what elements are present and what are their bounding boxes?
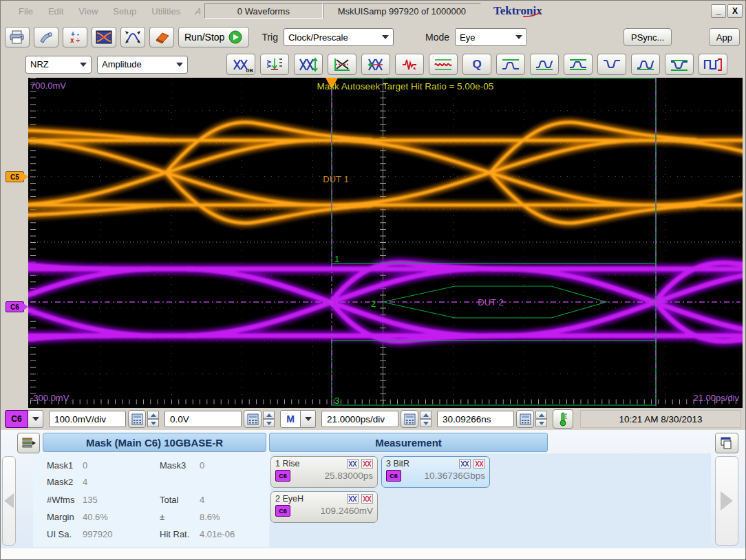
eye-stat-blue-icon[interactable] <box>459 459 471 469</box>
temperature-status-button[interactable] <box>553 409 573 429</box>
measurement-source-chip[interactable]: C6 <box>386 470 401 482</box>
measurement-name: 1 Rise <box>275 459 299 469</box>
spin-up-icon[interactable] <box>147 411 159 419</box>
jitter-spike-icon <box>401 57 418 72</box>
meas-pulse-fall-button[interactable] <box>665 54 694 75</box>
meas-extinction-ratio-button[interactable]: dB <box>226 54 255 75</box>
channel-c5-marker[interactable]: C5 <box>6 171 24 182</box>
measurement-toolbar: NRZ Amplitude dB <box>1 52 745 76</box>
eye-stat-blue-icon[interactable] <box>347 459 359 469</box>
eye-stat-blue-icon[interactable] <box>347 494 359 504</box>
menu-file[interactable]: File <box>19 6 33 17</box>
measurement-source-chip[interactable]: C6 <box>275 505 290 517</box>
close-button[interactable]: X <box>727 4 743 18</box>
meas-jitter-button[interactable] <box>395 54 424 75</box>
scroll-right-button[interactable] <box>715 456 738 546</box>
horizontal-position-field[interactable]: 30.09266ns <box>437 411 514 427</box>
menu-edit[interactable]: Edit <box>48 6 63 17</box>
meas-crossing-button[interactable] <box>328 54 356 75</box>
channel-select-label: C6 <box>11 414 21 424</box>
meas-gain-setup-button[interactable] <box>260 54 289 75</box>
measurement-card-eyeheight[interactable]: 2 EyeH C6 109.2460mV <box>270 491 378 523</box>
menu-view[interactable]: View <box>78 6 98 17</box>
touchscreen-setup-button[interactable] <box>34 27 58 47</box>
mode-value: Eye <box>460 32 475 43</box>
stacked-panels-icon <box>21 436 36 450</box>
ui-samples-label: UI Sa. <box>47 529 72 539</box>
measure-category-dropdown[interactable]: Amplitude <box>97 56 188 74</box>
autoset-button[interactable] <box>120 27 145 47</box>
meas-q-factor-button[interactable]: Q <box>462 54 491 75</box>
signal-type-dropdown[interactable]: NRZ <box>25 56 92 74</box>
panel-reorder-button[interactable] <box>17 433 40 453</box>
vertical-scale-button[interactable]: + - x ÷ <box>63 27 87 47</box>
panel-layout-button[interactable] <box>715 433 738 453</box>
trigger-source-dropdown[interactable]: Clock/Prescale <box>284 28 394 46</box>
calculator-icon <box>404 413 416 425</box>
spin-down-icon[interactable] <box>535 419 547 427</box>
spin-down-icon[interactable] <box>147 419 159 427</box>
eye-stat-red-icon[interactable] <box>361 494 373 504</box>
measurement-panel-header[interactable]: Measurement <box>269 433 548 452</box>
meas-pulse-top-button[interactable] <box>496 54 525 75</box>
timebase-select-arrow[interactable] <box>301 410 316 428</box>
measurement-card-rise[interactable]: 1 Rise C6 25.83000ps <box>270 456 378 488</box>
horizontal-scale-spinner <box>420 411 431 427</box>
psync-button[interactable]: PSync... <box>624 28 672 46</box>
graticule-center-lines <box>30 78 740 407</box>
dut2-label: DUT 2 <box>478 297 503 308</box>
measurement-source-chip[interactable]: C6 <box>275 470 290 482</box>
meas-noise-button[interactable] <box>429 54 458 75</box>
eye-stat-red-icon[interactable] <box>473 459 485 469</box>
eye-horizontal-arrow-icon <box>366 57 385 72</box>
vertical-offset-field[interactable]: 0.0V <box>164 411 242 427</box>
eye-stat-red-icon[interactable] <box>361 459 373 469</box>
eye-vertical-arrow-icon <box>299 57 318 72</box>
dropdown-arrow-icon <box>176 63 183 67</box>
graticule-screen[interactable]: 1 2 3 700.0mV Mask Autoseek Target Hit R… <box>28 78 743 408</box>
channel-select-button[interactable]: C6 <box>5 410 28 428</box>
vertical-offset-keypad-button[interactable] <box>244 410 262 428</box>
db-glyph: dB <box>246 67 253 74</box>
vertical-scale-keypad-button[interactable] <box>128 410 146 428</box>
measurement-name: 2 EyeH <box>275 494 303 504</box>
vertical-scale-field[interactable]: 100.0mV/div <box>49 411 126 427</box>
mode-dropdown[interactable]: Eye <box>455 28 527 46</box>
horizontal-position-keypad-button[interactable] <box>516 410 534 428</box>
spin-up-icon[interactable] <box>263 411 275 419</box>
meas-pulse-amplitude-button[interactable] <box>564 54 593 75</box>
measurement-card-bitrate[interactable]: 3 BitR C6 10.36736Gbps <box>381 456 490 488</box>
print-button[interactable] <box>5 27 30 47</box>
mask-panel-header[interactable]: Mask (Main C6) 10GBASE-R <box>43 433 266 452</box>
menu-applications-clipped[interactable]: A <box>194 6 204 17</box>
meas-pulse-rise-button[interactable] <box>631 54 660 75</box>
meas-gated-bitrate-button[interactable] <box>699 54 727 75</box>
horizontal-scale-keypad-button[interactable] <box>401 410 418 428</box>
timebase-select-label: M <box>286 413 295 424</box>
timebase-select-button[interactable]: M <box>280 410 301 428</box>
menu-setup[interactable]: Setup <box>113 6 136 17</box>
channel-c6-marker[interactable]: C6 <box>6 301 24 312</box>
scroll-left-button[interactable] <box>2 456 16 546</box>
app-button[interactable]: App <box>709 28 740 46</box>
measurement-value: 25.83000ps <box>324 471 373 481</box>
spin-down-icon[interactable] <box>263 419 275 427</box>
mask-testing-button[interactable] <box>92 27 116 47</box>
acquisition-status-bar: C6 100.0mV/div 0.0V <box>1 408 745 430</box>
meas-eye-width-button[interactable] <box>361 54 390 75</box>
spin-up-icon[interactable] <box>420 411 431 419</box>
menu-utilities[interactable]: Utilities <box>151 6 180 17</box>
run-stop-button[interactable]: Run/Stop <box>178 27 249 47</box>
meas-eye-amplitude-button[interactable] <box>294 54 323 75</box>
spin-down-icon[interactable] <box>420 419 431 427</box>
clear-data-button[interactable] <box>149 27 174 47</box>
horizontal-scale-field[interactable]: 21.0000ps/div <box>321 411 398 427</box>
mask-panel-title: Mask (Main C6) 10GBASE-R <box>86 437 223 449</box>
meas-pulse-negative-button[interactable] <box>597 54 626 75</box>
pulse-fall-icon <box>670 57 689 72</box>
channel-select-arrow[interactable] <box>28 410 43 428</box>
mask3-value: 0 <box>200 460 204 471</box>
minimize-button[interactable]: _ <box>711 4 726 18</box>
spin-up-icon[interactable] <box>535 411 547 419</box>
meas-pulse-base-button[interactable] <box>530 54 559 75</box>
